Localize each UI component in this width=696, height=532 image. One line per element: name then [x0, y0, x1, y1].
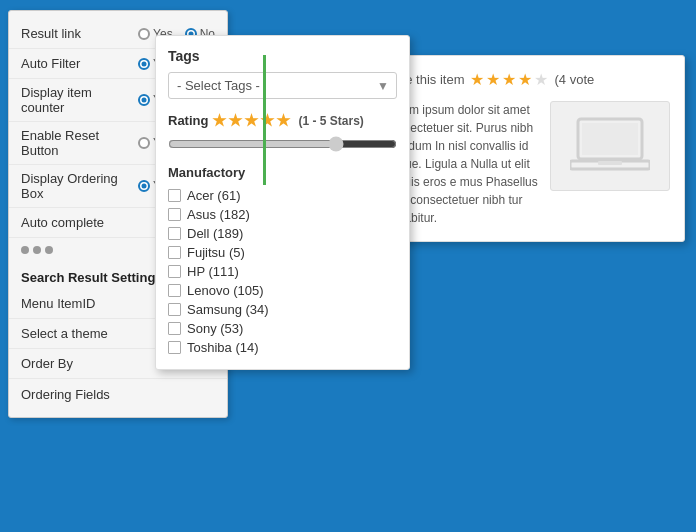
star-5: ★ [276, 111, 290, 130]
display-ordering-yes-btn[interactable] [138, 180, 150, 192]
rating-slider-container [168, 136, 397, 155]
rating-stars: ★ ★ ★ ★ ★ [212, 111, 290, 130]
samsung-checkbox[interactable] [168, 303, 181, 316]
samsung-label: Samsung (34) [187, 302, 269, 317]
product-image [550, 101, 670, 191]
result-link-yes-btn[interactable] [138, 28, 150, 40]
manufacturer-acer[interactable]: Acer (61) [168, 186, 397, 205]
display-item-counter-yes-btn[interactable] [138, 94, 150, 106]
manufacturer-asus[interactable]: Asus (182) [168, 205, 397, 224]
preview-star-5[interactable]: ★ [534, 70, 548, 89]
star-2: ★ [228, 111, 242, 130]
lenovo-checkbox[interactable] [168, 284, 181, 297]
manufacturer-hp[interactable]: HP (111) [168, 262, 397, 281]
result-link-label: Result link [21, 26, 138, 41]
toshiba-checkbox[interactable] [168, 341, 181, 354]
manufacturer-sony[interactable]: Sony (53) [168, 319, 397, 338]
rating-slider[interactable] [168, 136, 397, 152]
display-item-counter-label: Display item counter [21, 85, 138, 115]
sony-checkbox[interactable] [168, 322, 181, 335]
manufacturer-fujitsu[interactable]: Fujitsu (5) [168, 243, 397, 262]
asus-label: Asus (182) [187, 207, 250, 222]
dot-3 [45, 246, 53, 254]
svg-rect-3 [598, 161, 622, 165]
ordering-fields-row[interactable]: Ordering Fields [9, 379, 227, 409]
preview-star-1[interactable]: ★ [470, 70, 484, 89]
star-1: ★ [212, 111, 226, 130]
auto-filter-yes-btn[interactable] [138, 58, 150, 70]
rating-label: Rating ★ ★ ★ ★ ★ (1 - 5 Stars) [168, 111, 397, 130]
enable-reset-label: Enable Reset Button [21, 128, 138, 158]
dell-label: Dell (189) [187, 226, 243, 241]
manufacturer-lenovo[interactable]: Lenovo (105) [168, 281, 397, 300]
rating-section: Rating ★ ★ ★ ★ ★ (1 - 5 Stars) [168, 111, 397, 155]
ordering-fields-label: Ordering Fields [21, 387, 215, 402]
manufacturer-title: Manufactory [168, 165, 397, 180]
dot-2 [33, 246, 41, 254]
rating-range: (1 - 5 Stars) [298, 114, 363, 128]
vote-count: (4 vote [554, 72, 594, 87]
star-3: ★ [244, 111, 258, 130]
green-divider-line [263, 55, 266, 185]
preview-star-2[interactable]: ★ [486, 70, 500, 89]
display-ordering-label: Display Ordering Box [21, 171, 138, 201]
preview-star-3[interactable]: ★ [502, 70, 516, 89]
lenovo-label: Lenovo (105) [187, 283, 264, 298]
hp-label: HP (111) [187, 264, 239, 279]
manufacturer-dell[interactable]: Dell (189) [168, 224, 397, 243]
tags-title: Tags [168, 48, 397, 64]
acer-label: Acer (61) [187, 188, 240, 203]
preview-stars: ★ ★ ★ ★ ★ [470, 70, 548, 89]
toshiba-label: Toshiba (14) [187, 340, 259, 355]
preview-star-4[interactable]: ★ [518, 70, 532, 89]
manufacturer-section: Manufactory Acer (61) Asus (182) Dell (1… [168, 165, 397, 357]
fujitsu-checkbox[interactable] [168, 246, 181, 259]
svg-rect-1 [582, 123, 638, 155]
auto-filter-label: Auto Filter [21, 56, 138, 71]
acer-checkbox[interactable] [168, 189, 181, 202]
manufacturer-samsung[interactable]: Samsung (34) [168, 300, 397, 319]
sony-label: Sony (53) [187, 321, 243, 336]
tags-select[interactable]: - Select Tags - [168, 72, 397, 99]
manufacturer-toshiba[interactable]: Toshiba (14) [168, 338, 397, 357]
tags-select-wrapper: - Select Tags - ▼ [168, 72, 397, 99]
dot-1 [21, 246, 29, 254]
filter-panel: Tags - Select Tags - ▼ Rating ★ ★ ★ ★ ★ … [155, 35, 410, 370]
laptop-icon [570, 114, 650, 179]
rate-section: Rate this item ★ ★ ★ ★ ★ (4 vote [385, 70, 670, 89]
hp-checkbox[interactable] [168, 265, 181, 278]
dell-checkbox[interactable] [168, 227, 181, 240]
preview-panel: Rate this item ★ ★ ★ ★ ★ (4 vote Lorem i… [370, 55, 685, 242]
enable-reset-yes-btn[interactable] [138, 137, 150, 149]
fujitsu-label: Fujitsu (5) [187, 245, 245, 260]
asus-checkbox[interactable] [168, 208, 181, 221]
